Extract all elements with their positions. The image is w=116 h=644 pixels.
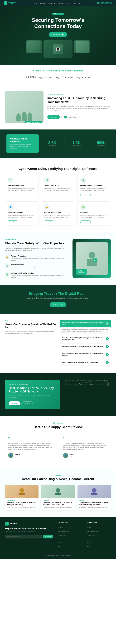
blog-thumbnail-1 [53, 487, 63, 495]
faq-question-2[interactable]: How Can You Minimize The Penetration of … [60, 351, 111, 358]
blog-category-1: Protection [43, 500, 73, 501]
services-title: CyberArmor Suite, Fortifying Your Digita… [5, 167, 111, 171]
client-logo-4: Logoipsum [76, 76, 90, 79]
service-link-4[interactable]: Learn More [44, 220, 54, 223]
footer-brand: ⬡ TENET Prepare To Find Solutions To You… [5, 522, 53, 549]
why-section: Why Choose Us Elevate Your Safety With O… [0, 232, 116, 285]
testimonial-text-1: As someone who values online privacy, I … [63, 442, 108, 450]
footer-subscribe-button[interactable]: Subscribe [43, 535, 53, 538]
client-logo-1: LOGO [26, 75, 35, 79]
navbar: ⬡ TENET Home About Us Services Projects … [0, 0, 116, 6]
hero-cta-button[interactable]: Get Started ▶ [49, 32, 67, 37]
service-name-2: Vulnerability Assessment [80, 185, 109, 187]
solutions-title: Best Solutions For Your Security Problem… [9, 386, 56, 393]
faq-question-1[interactable]: What Measures Can I Take To Enhance My O… [60, 344, 111, 350]
footer-link-5[interactable]: Blog [58, 545, 82, 548]
hero-title: Securing Tomorrow's Connections Today [26, 17, 90, 30]
nav-item-pages[interactable]: Pages [65, 2, 69, 4]
why-feature-body-2: Malware & Virus Protection Lorem ipsum d… [11, 272, 68, 278]
faq-active-question[interactable]: What Is the Significance of Cybersecurit… [60, 320, 111, 327]
why-feature-1: 📡 Secure Network Lorem ipsum dolor conse… [5, 264, 68, 270]
watch-video-button[interactable]: ▶ Watch Video [61, 114, 79, 120]
why-feature-name-1: Secure Network [11, 264, 68, 266]
service-card-0: 🛡 Network Protection Pellentesque habita… [5, 174, 39, 199]
faq-question-3[interactable]: How To Support A Security Breach Or Cybe… [60, 359, 111, 366]
stat-item-2: 50% Market Share [92, 140, 110, 146]
hero-person-image: 👨‍👩‍👧 [53, 44, 63, 54]
footer-link-0[interactable]: Services [58, 526, 82, 528]
blog-content-2: Security Small Business, Big Threats: A … [77, 498, 111, 510]
stat-divider-1 [64, 140, 64, 147]
why-content: Why Choose Us Elevate Your Safety With O… [5, 238, 68, 278]
footer-link-3[interactable]: Help Center [58, 537, 82, 540]
progress-badge: 100% Satisfaction [76, 269, 87, 275]
why-feature-name-0: Privacy Protection [11, 255, 68, 257]
svg-rect-12 [91, 493, 98, 495]
service-link-2[interactable]: Learn More [80, 194, 91, 196]
footer-info-link-5[interactable]: Blog [87, 545, 111, 548]
blog-label: Blog Post [5, 474, 111, 476]
blog-thumbnail-0 [17, 487, 27, 495]
cta-title: Bridging Trust In The Digital Realm [5, 292, 111, 296]
quote-icon-1: " [63, 436, 108, 441]
nav-logo: ⬡ TENET [4, 1, 16, 5]
svg-text:✓: ✓ [94, 259, 96, 262]
about-content: 12 Years Of Experience Innovating Trust,… [47, 94, 111, 120]
quote-icon-0: " [8, 436, 53, 441]
stat-label-1: Happy Clients [68, 145, 85, 146]
person-3 [28, 112, 32, 122]
service-link-0[interactable]: Learn More [7, 194, 18, 196]
footer-info-link-2[interactable]: Privacy Policy [87, 533, 111, 536]
nav-item-contact[interactable]: Contact Us [72, 2, 80, 4]
footer-logo-text: TENET [10, 522, 17, 525]
about-trusted-badge: 20+ Trusted Partner [24, 121, 42, 123]
faq-desc: Lorem ipsum dolor sit amet consectetur a… [5, 331, 56, 334]
footer-info-link-4[interactable]: Contact [87, 541, 111, 544]
solutions-buttons: Get Started Contact Us [9, 401, 56, 406]
blog-post-text-1: Lorem ipsum dolor sit amet consectetur a… [43, 506, 73, 508]
service-card-1: 🖥 Server Protection Pellentesque habitan… [41, 174, 75, 199]
footer-email-input[interactable] [5, 535, 42, 538]
solutions-left: One Stop Shop Consultation Now Best Solu… [5, 380, 60, 409]
service-text-5: Pellentesque habitant morbi tristique se… [80, 214, 109, 218]
footer-info-link-1[interactable]: Terms & Conditions [87, 530, 111, 532]
nav-item-about[interactable]: About Us [40, 2, 46, 4]
footer-link-4[interactable]: Contact [58, 541, 82, 544]
client-logo-2: logo ipsum [39, 76, 52, 79]
read-more-button[interactable]: Read More [47, 115, 60, 119]
nav-item-projects[interactable]: Projects [57, 2, 63, 4]
nav-item-home[interactable]: Home [33, 2, 37, 4]
service-card-2: 🔍 Vulnerability Assessment Pellentesque … [77, 174, 111, 199]
service-link-3[interactable]: Learn More [7, 220, 18, 223]
hero-image-right [74, 40, 90, 53]
faq-question-0[interactable]: How Can I Reduce The Cybersecurity Risks… [60, 336, 111, 342]
service-link-5[interactable]: Learn More [80, 220, 91, 223]
service-text-0: Pellentesque habitant morbi tristique se… [7, 188, 36, 192]
clients-logos: LOGO logo ipsum logo ▼ ipsum Logoipsum [6, 75, 110, 79]
cta-button[interactable]: Get In Touch [50, 302, 66, 307]
nav-item-services[interactable]: Services [49, 2, 55, 4]
svg-point-8 [56, 488, 60, 493]
logo-text: TENET [8, 2, 16, 4]
footer-link-1[interactable]: Terms & Conditions [58, 530, 82, 532]
author-name-1: Sarah T. [69, 454, 75, 455]
solutions-get-started-button[interactable]: Get Started [9, 401, 20, 406]
stats-right: 3.5K Project Done 1.2K Happy Clients 50%… [44, 134, 110, 153]
service-card-5: 🦠 Antivirus Pellentesque habitant morbi … [77, 202, 111, 226]
author-info-1: Sarah T. Client [69, 454, 75, 457]
stat-label-0: Project Done [44, 145, 61, 146]
testimonial-card-1: " As someone who values online privacy, … [59, 433, 111, 461]
service-link-1[interactable]: Learn More [44, 194, 54, 196]
footer-info-link-3[interactable]: Help Center [87, 537, 111, 540]
service-text-1: Pellentesque habitant morbi tristique se… [44, 188, 72, 192]
blog-image-1 [41, 485, 75, 498]
logo-icon: ⬡ [4, 1, 7, 5]
footer-link-2[interactable]: Privacy Policy [58, 533, 82, 536]
blog-card-2: Security Small Business, Big Threats: A … [77, 485, 111, 510]
footer-top: ⬡ TENET Prepare To Find Solutions To You… [5, 522, 111, 549]
footer-info-link-0[interactable]: Services [87, 526, 111, 528]
why-feature-icon-0: 🔐 [5, 255, 9, 260]
service-icon-0: 🛡 [7, 177, 13, 183]
solutions-contact-button[interactable]: Contact Us [21, 401, 33, 406]
testimonials-label: Client Reviews [5, 422, 111, 424]
